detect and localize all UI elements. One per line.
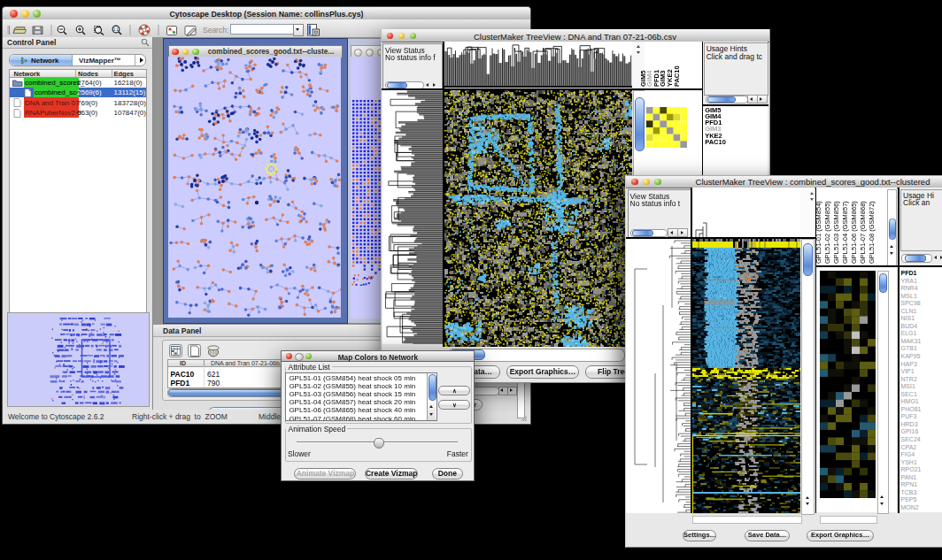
svg-text:1:1: 1:1 — [113, 27, 120, 32]
